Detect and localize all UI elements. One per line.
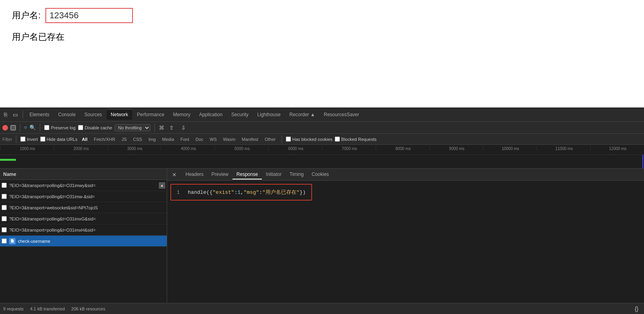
right-panel: ✕ Headers Preview Response Initiator Tim… xyxy=(167,169,644,303)
filter-all[interactable]: All xyxy=(80,136,90,142)
username-label: 用户名: xyxy=(12,10,41,21)
filter-doc[interactable]: Doc xyxy=(193,136,205,142)
has-blocked-cookies-label[interactable]: Has blocked cookies xyxy=(286,137,332,142)
tab-network[interactable]: Network xyxy=(107,109,132,120)
search-icon[interactable]: 🔍 xyxy=(29,125,36,131)
tab-memory[interactable]: Memory xyxy=(169,109,194,120)
timeline[interactable]: 1000 ms 2000 ms 3000 ms 4000 ms 5000 ms … xyxy=(0,145,644,169)
tab-preview[interactable]: Preview xyxy=(207,170,232,179)
upload-icon[interactable]: ⇧ xyxy=(167,123,176,133)
requests-count: 9 requests xyxy=(3,306,23,311)
json-format-button[interactable]: {} xyxy=(632,304,641,314)
response-box: 1 handle({"exist":1,"msg":"用户名已存在"}) xyxy=(170,184,312,201)
filter-css[interactable]: CSS xyxy=(131,136,144,142)
tab-resourcessaver[interactable]: ResourcesSaver xyxy=(320,109,363,120)
invert-checkbox[interactable] xyxy=(20,137,25,142)
filter-js[interactable]: JS xyxy=(119,136,129,142)
throttle-select[interactable]: No throttling xyxy=(115,124,150,131)
has-blocked-cookies-checkbox[interactable] xyxy=(286,137,291,142)
content-area: Name ?EIO=3&transport=polling&t=O31imwy&… xyxy=(0,169,644,303)
hide-data-urls-checkbox-label[interactable]: Hide data URLs xyxy=(40,137,78,142)
devtools-panel: ⎘ ▭ Elements Console Sources Network Per… xyxy=(0,107,644,314)
tab-initiator[interactable]: Initiator xyxy=(262,170,285,179)
tab-recorder[interactable]: Recorder ▲ xyxy=(285,109,319,120)
preserve-log-checkbox[interactable] xyxy=(44,125,49,130)
right-panel-tabs: ✕ Headers Preview Response Initiator Tim… xyxy=(167,169,644,181)
toolbar-separator-2 xyxy=(20,124,20,132)
request-name-2: ?EIO=3&transport=websocket&sid=NPt7ojclS xyxy=(9,205,165,210)
tick-12000: 12000 ms xyxy=(590,146,644,151)
request-item-3[interactable]: ?EIO=3&transport=polling&t=O31imxG&sid= xyxy=(0,213,167,224)
tick-3000: 3000 ms xyxy=(107,146,161,151)
request-name-0: ?EIO=3&transport=polling&t=O31imwy&sid= xyxy=(9,183,156,188)
toolbar-separator-3 xyxy=(40,124,40,132)
timeline-bars xyxy=(0,155,644,169)
username-exists-message: 用户名已存在 xyxy=(12,31,632,43)
filter-media[interactable]: Media xyxy=(160,136,176,142)
download-icon[interactable]: ⇩ xyxy=(179,123,188,133)
request-checkbox-4[interactable] xyxy=(2,227,7,232)
response-close: }) xyxy=(300,189,306,195)
filter-other[interactable]: Other xyxy=(263,136,278,142)
request-checkbox-2[interactable] xyxy=(2,205,7,210)
response-text-handle: handle({ xyxy=(188,189,213,195)
request-list[interactable]: ?EIO=3&transport=polling&t=O31imwy&sid= … xyxy=(0,180,167,303)
tab-headers[interactable]: Headers xyxy=(181,170,207,179)
tick-6000: 6000 ms xyxy=(268,146,322,151)
tab-sources[interactable]: Sources xyxy=(80,109,106,120)
timeline-green-bar xyxy=(0,159,16,161)
tick-8000: 8000 ms xyxy=(376,146,429,151)
filter-font[interactable]: Font xyxy=(178,136,191,142)
request-item-0[interactable]: ?EIO=3&transport=polling&t=O31imwy&sid= … xyxy=(0,180,167,191)
device-toolbar-icon[interactable]: ▭ xyxy=(10,110,20,119)
username-input[interactable] xyxy=(45,8,133,23)
close-panel-button[interactable]: ✕ xyxy=(169,172,180,178)
request-item-5[interactable]: 📄 check-username xyxy=(0,236,167,247)
request-item-4[interactable]: ?EIO=3&transport=polling&t=O31imxH&sid= xyxy=(0,224,167,236)
request-name-5: check-username xyxy=(18,239,165,244)
scroll-up-button[interactable]: ▲ xyxy=(159,182,165,189)
filter-ws[interactable]: WS xyxy=(208,136,219,142)
blocked-requests-checkbox[interactable] xyxy=(335,137,340,142)
invert-checkbox-label[interactable]: Invert xyxy=(20,137,38,142)
network-toolbar: ▿ 🔍 Preserve log Disable cache No thrott… xyxy=(0,122,644,134)
filter-manifest[interactable]: Manifest xyxy=(240,136,260,142)
response-val-msg: "用户名已存在" xyxy=(262,189,300,195)
preserve-log-label[interactable]: Preserve log xyxy=(44,125,76,130)
request-checkbox-0[interactable] xyxy=(2,183,7,188)
blocked-requests-label[interactable]: Blocked Requests xyxy=(335,137,377,142)
inspect-element-icon[interactable]: ⎘ xyxy=(2,110,10,119)
record-button[interactable] xyxy=(2,125,8,131)
request-checkbox-3[interactable] xyxy=(2,216,7,221)
tab-elements[interactable]: Elements xyxy=(25,109,53,120)
username-row: 用户名: xyxy=(12,8,632,23)
filter-img[interactable]: Img xyxy=(146,136,158,142)
tab-security[interactable]: Security xyxy=(227,109,252,120)
disable-cache-checkbox[interactable] xyxy=(78,125,83,130)
tab-response[interactable]: Response xyxy=(232,170,262,179)
tab-cookies[interactable]: Cookies xyxy=(308,170,333,179)
disable-cache-label[interactable]: Disable cache xyxy=(78,125,112,130)
tab-console[interactable]: Console xyxy=(54,109,80,120)
filter-fetch-xhr[interactable]: Fetch/XHR xyxy=(92,136,117,142)
request-favicon-5: 📄 xyxy=(9,238,16,244)
tab-lighthouse[interactable]: Lighthouse xyxy=(253,109,285,120)
tab-performance[interactable]: Performance xyxy=(133,109,168,120)
hide-data-urls-checkbox[interactable] xyxy=(40,137,45,142)
stop-button[interactable] xyxy=(10,125,16,131)
tab-application[interactable]: Application xyxy=(195,109,226,120)
tab-timing[interactable]: Timing xyxy=(285,170,308,179)
request-checkbox-5[interactable] xyxy=(2,238,7,244)
response-key-exist: "exist" xyxy=(213,189,234,195)
filter-label: Filter xyxy=(2,137,12,142)
tick-10000: 10000 ms xyxy=(483,146,537,151)
request-checkbox-1[interactable] xyxy=(2,194,7,199)
request-item-1[interactable]: ?EIO=3&transport=polling&t=O31imw-&sid= xyxy=(0,191,167,202)
filter-wasm[interactable]: Wasm xyxy=(221,136,238,142)
filter-separator-1 xyxy=(16,135,16,143)
tick-4000: 4000 ms xyxy=(161,146,215,151)
request-item-2[interactable]: ?EIO=3&transport=websocket&sid=NPt7ojclS xyxy=(0,202,167,213)
request-name-1: ?EIO=3&transport=polling&t=O31imw-&sid= xyxy=(9,194,165,199)
request-name-3: ?EIO=3&transport=polling&t=O31imxG&sid= xyxy=(9,216,165,221)
transferred-size: 4.1 kB transferred xyxy=(30,306,64,311)
